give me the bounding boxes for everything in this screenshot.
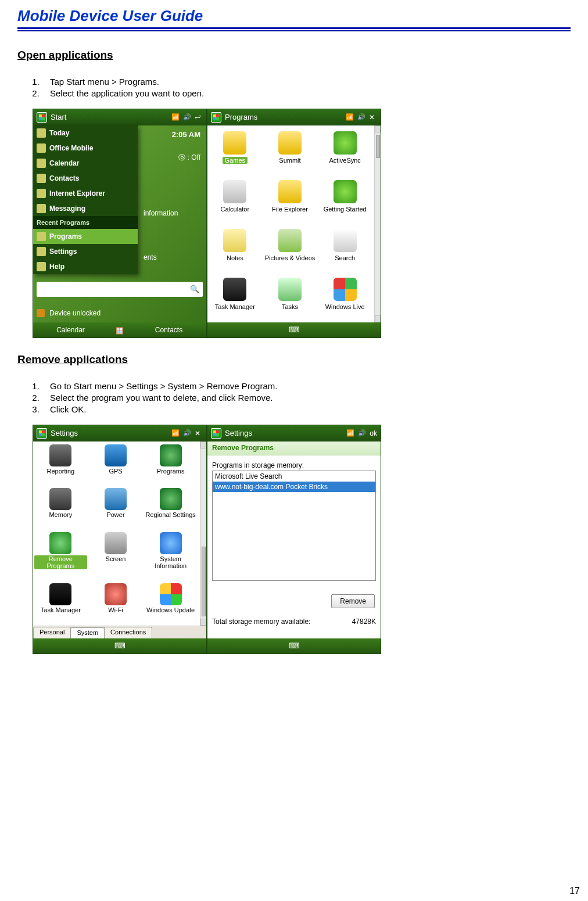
list-item[interactable]: Microsoft Live Search: [213, 471, 375, 482]
calendar-icon: [37, 159, 46, 168]
menu-item-calendar[interactable]: Calendar: [33, 156, 138, 171]
scroll-down-icon[interactable]: [375, 315, 381, 322]
app-label: Calculator: [221, 206, 250, 213]
office-icon: [37, 143, 46, 153]
list-label: Programs in storage memory:: [212, 461, 376, 469]
app-icon: [223, 131, 246, 155]
keyboard-icon[interactable]: [108, 641, 131, 650]
programs-listbox[interactable]: Microsoft Live Searchwww.not-big-deal.co…: [212, 471, 376, 581]
settings-item[interactable]: Wi-Fi: [88, 581, 144, 626]
menu-section-recent: Recent Programs: [33, 216, 138, 229]
open-step-2: Select the application you want to open.: [42, 88, 571, 98]
close-icon[interactable]: [369, 113, 377, 121]
screenshot-programs: Programs GamesSummitActiveSyncCalculator…: [207, 109, 381, 338]
titlebar: Settings: [33, 425, 206, 441]
storage-value: 47828K: [352, 618, 376, 626]
tab-personal[interactable]: Personal: [33, 627, 71, 638]
settings-icon: [49, 532, 71, 554]
settings-item[interactable]: Memory: [33, 486, 88, 530]
program-item[interactable]: Search: [317, 227, 372, 273]
settings-item[interactable]: Power: [88, 486, 144, 530]
settings-icon: [160, 488, 182, 510]
windows-flag-icon[interactable]: [37, 428, 47, 439]
menu-item-help[interactable]: Help: [33, 259, 138, 274]
program-item[interactable]: Pictures & Videos: [263, 227, 318, 273]
screenshot-start-menu: Start 2:05 AM ⓑ : Off information ents T…: [33, 109, 207, 338]
section-heading-remove: Remove applications: [17, 353, 571, 366]
scrollbar-vertical[interactable]: [200, 441, 206, 626]
scroll-up-icon[interactable]: [375, 125, 381, 132]
app-icon: [278, 131, 302, 155]
ok-button[interactable]: ok: [370, 429, 377, 437]
menu-item-programs[interactable]: Programs: [33, 229, 138, 244]
windows-flag-icon[interactable]: [211, 428, 221, 439]
program-item[interactable]: Windows Live: [317, 275, 372, 322]
app-icon: [278, 180, 302, 203]
settings-item[interactable]: Remove Programs: [33, 530, 88, 581]
storage-label: Total storage memory available:: [212, 618, 352, 626]
app-label: Games: [223, 157, 248, 164]
settings-item[interactable]: GPS: [88, 443, 144, 487]
page-number: 17: [569, 886, 580, 896]
program-item[interactable]: Games: [207, 129, 263, 175]
settings-icon: [105, 444, 127, 466]
tab-connections[interactable]: Connections: [104, 627, 152, 638]
bluetooth-status: ⓑ : Off: [144, 153, 200, 163]
app-label: Getting Started: [324, 206, 367, 213]
softkey-left[interactable]: Calendar: [33, 326, 108, 334]
menu-item-messaging[interactable]: Messaging: [33, 201, 138, 216]
program-item[interactable]: ActiveSync: [317, 129, 372, 175]
settings-item[interactable]: Regional Settings: [143, 486, 198, 530]
program-item[interactable]: Task Manager: [207, 275, 263, 322]
program-item[interactable]: Getting Started: [317, 178, 372, 224]
scrollbar-vertical[interactable]: [374, 125, 381, 322]
softkey-right[interactable]: Contacts: [131, 326, 206, 334]
titlebar-text: Start: [51, 113, 66, 121]
scroll-thumb[interactable]: [202, 547, 206, 616]
remove-button[interactable]: Remove: [331, 594, 375, 608]
menu-item-contacts[interactable]: Contacts: [33, 171, 138, 186]
titlebar: Settings ok: [207, 425, 381, 441]
windows-flag-icon[interactable]: [211, 112, 221, 123]
scroll-down-icon[interactable]: [200, 619, 206, 626]
keyboard-icon[interactable]: [282, 325, 306, 334]
search-input[interactable]: [37, 282, 203, 297]
settings-item[interactable]: Programs: [143, 443, 198, 487]
settings-icon: [105, 532, 127, 554]
program-item[interactable]: File Explorer: [263, 178, 318, 224]
settings-item[interactable]: Task Manager: [33, 581, 88, 626]
settings-label: Task Manager: [41, 606, 81, 613]
divider-thick: [17, 27, 571, 29]
menu-item-settings[interactable]: Settings: [33, 244, 138, 259]
settings-label: Memory: [49, 511, 72, 518]
settings-item[interactable]: Windows Update: [143, 581, 198, 626]
windows-flag-icon[interactable]: [37, 112, 47, 123]
app-icon: [223, 278, 246, 301]
tray-icon[interactable]: [108, 326, 131, 333]
scroll-up-icon[interactable]: [200, 441, 206, 448]
program-item[interactable]: Notes: [207, 227, 263, 273]
close-icon[interactable]: [195, 429, 203, 437]
settings-item[interactable]: System Information: [143, 530, 198, 581]
section-heading-open: Open applications: [17, 49, 571, 62]
settings-label: Screen: [106, 555, 126, 562]
app-icon: [334, 229, 357, 252]
help-icon: [37, 262, 46, 271]
volume-icon: [183, 113, 191, 121]
list-item[interactable]: www.not-big-deal.com Pocket Bricks: [213, 482, 375, 492]
program-item[interactable]: Summit: [263, 129, 318, 175]
remove-steps-list: Go to Start menu > Settings > System > R…: [42, 381, 571, 414]
program-item[interactable]: Calculator: [207, 178, 263, 224]
signal-icon: [171, 429, 180, 437]
program-item[interactable]: Tasks: [263, 275, 318, 322]
settings-item[interactable]: Screen: [88, 530, 144, 581]
tab-system[interactable]: System: [70, 627, 105, 639]
screenshot-remove-programs: Settings ok Remove Programs Programs in …: [207, 425, 381, 654]
keyboard-icon[interactable]: [282, 641, 306, 650]
settings-item[interactable]: Reporting: [33, 443, 88, 487]
scroll-thumb[interactable]: [376, 135, 380, 158]
menu-item-ie[interactable]: Internet Explorer: [33, 186, 138, 201]
menu-item-today[interactable]: Today: [33, 125, 138, 141]
breadcrumb: Remove Programs: [207, 441, 381, 455]
menu-item-office[interactable]: Office Mobile: [33, 141, 138, 156]
